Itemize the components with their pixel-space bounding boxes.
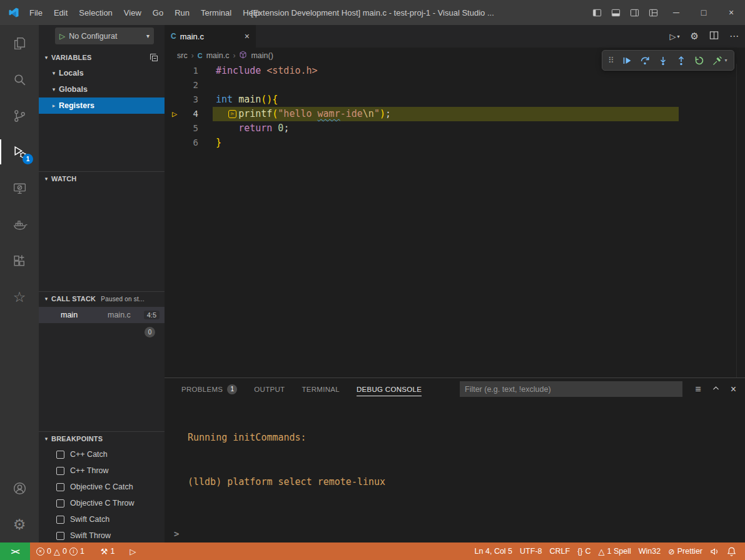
customize-layout-icon[interactable] xyxy=(644,0,662,25)
settings-gear-icon[interactable]: ⚙ xyxy=(691,31,699,42)
debug-console-output[interactable]: Running initCommands: (lldb) platform se… xyxy=(165,401,732,520)
variables-scope-locals[interactable]: ▾ Locals xyxy=(39,65,165,81)
tab-ter minal[interactable]: TERMINAL xyxy=(302,383,340,396)
call-stack-section-header[interactable]: ▾ CALL STACK Paused on st... xyxy=(39,291,165,306)
editor-scrollbar[interactable] xyxy=(736,64,745,378)
menu-selection[interactable]: Selection xyxy=(73,4,118,21)
debug-status[interactable]: ▷ xyxy=(126,542,139,560)
code-editor[interactable]: 1 #include <stdio.h> 2 3 int main(){ ▷ 4… xyxy=(165,64,745,378)
continue-button[interactable] xyxy=(622,56,632,66)
debug-config-dropdown[interactable]: ▷ No Configurat ▾ xyxy=(55,28,154,44)
breakpoint-objc-throw[interactable]: Objective C Throw xyxy=(39,495,165,511)
console-filter-input[interactable] xyxy=(460,381,682,397)
activitybar-explorer[interactable] xyxy=(0,25,39,61)
breakpoint-objc-catch[interactable]: Objective C Catch xyxy=(39,479,165,495)
filter-lines-icon[interactable]: ≡ xyxy=(695,384,701,395)
toggle-panel-icon[interactable] xyxy=(606,0,625,25)
activitybar-favorites[interactable]: ☆ xyxy=(0,279,39,315)
tab-problems[interactable]: PROBLEMS 1 xyxy=(181,382,237,398)
menu-view[interactable]: View xyxy=(118,4,147,21)
activitybar-search[interactable] xyxy=(0,61,39,98)
split-editor-icon[interactable] xyxy=(709,31,719,42)
watch-section-header[interactable]: ▾ WATCH xyxy=(39,171,165,186)
drag-grip-icon[interactable]: ⠿ xyxy=(608,56,614,65)
debug-count-badge: 1 xyxy=(23,154,33,164)
disconnect-button[interactable] xyxy=(712,56,722,66)
activitybar-settings[interactable]: ⚙ xyxy=(0,506,39,542)
editor-actions: ▷ ▾ ⚙ ⋯ xyxy=(670,25,739,48)
breadcrumb-symbol[interactable]: main() xyxy=(251,51,273,60)
variables-scope-globals[interactable]: ▾ Globals xyxy=(39,81,165,98)
braces-icon: {} xyxy=(577,547,582,556)
menu-file[interactable]: File xyxy=(24,4,48,21)
breadcrumb-file[interactable]: main.c xyxy=(206,51,230,60)
tasks-status[interactable]: ⚒ 1 xyxy=(97,542,119,560)
maximize-button[interactable]: □ xyxy=(690,0,717,25)
more-actions-icon[interactable]: ⋯ xyxy=(729,31,739,42)
menu-go[interactable]: Go xyxy=(147,4,169,21)
step-out-button[interactable] xyxy=(676,56,686,66)
checkbox[interactable] xyxy=(56,451,64,459)
start-debug-icon[interactable]: ▷ xyxy=(59,32,65,41)
tab-output[interactable]: OUTPUT xyxy=(254,383,285,396)
checkbox[interactable] xyxy=(56,499,64,508)
chevron-down-icon[interactable]: ▾ xyxy=(725,58,727,63)
eol-indicator[interactable]: CRLF xyxy=(546,542,574,560)
variables-scope-registers[interactable]: ▸ Registers xyxy=(39,98,165,114)
toggle-secondary-sidebar-icon[interactable] xyxy=(625,0,644,25)
close-tab-icon[interactable]: × xyxy=(245,31,250,41)
activitybar-account[interactable] xyxy=(0,470,39,506)
run-or-debug-button[interactable]: ▷ ▾ xyxy=(670,32,680,41)
breakpoint-swift-throw[interactable]: Swift Throw xyxy=(39,528,165,542)
star-icon: ☆ xyxy=(13,290,26,304)
menu-run[interactable]: Run xyxy=(169,4,195,21)
variables-section-header[interactable]: ▾ VARIABLES xyxy=(39,50,165,64)
remote-icon: >< xyxy=(11,547,19,556)
activitybar-source-control[interactable] xyxy=(0,98,39,134)
menu-terminal[interactable]: Terminal xyxy=(195,4,237,21)
breakpoints-section-header[interactable]: ▾ BREAKPOINTS xyxy=(39,431,165,446)
activitybar-extensions[interactable] xyxy=(0,242,39,279)
breakpoint-label: C++ Throw xyxy=(70,466,109,475)
breadcrumb-src[interactable]: src xyxy=(177,51,188,60)
menu-edit[interactable]: Edit xyxy=(48,4,73,21)
checkbox[interactable] xyxy=(56,467,64,475)
spell-checker-status[interactable]: △ 1 Spell xyxy=(595,542,635,560)
restart-button[interactable] xyxy=(694,56,704,66)
tab-debug-console[interactable]: DEBUG CONSOLE xyxy=(357,383,422,396)
activitybar-run-debug[interactable]: 1 xyxy=(0,134,39,170)
problems-status[interactable]: × 0 △ 0 i 1 xyxy=(33,542,88,560)
checkbox[interactable] xyxy=(56,532,64,540)
console-input-prompt[interactable]: > xyxy=(174,529,179,539)
step-into-button[interactable] xyxy=(658,56,668,66)
activitybar-remote-explorer[interactable] xyxy=(0,170,39,206)
tab-label: DEBUG CONSOLE xyxy=(357,386,422,393)
breakpoint-cpp-throw[interactable]: C++ Throw xyxy=(39,462,165,479)
step-over-button[interactable] xyxy=(640,56,650,66)
toggle-sidebar-icon[interactable] xyxy=(587,0,606,25)
remote-indicator[interactable]: >< xyxy=(0,542,30,560)
breakpoint-swift-catch[interactable]: Swift Catch xyxy=(39,511,165,528)
tab-label: PROBLEMS xyxy=(181,386,223,393)
maximize-panel-icon[interactable] xyxy=(712,384,720,395)
formatter-status[interactable]: ⊘ Prettier xyxy=(664,542,706,560)
minimize-button[interactable]: ─ xyxy=(662,0,690,25)
platform-indicator[interactable]: Win32 xyxy=(635,542,664,560)
checkbox[interactable] xyxy=(56,483,64,491)
call-stack-frame[interactable]: main main.c 4:5 xyxy=(39,307,165,323)
symbol-cube-icon xyxy=(239,51,247,61)
notifications-status[interactable] xyxy=(723,542,740,560)
breakpoint-cpp-catch[interactable]: C++ Catch xyxy=(39,446,165,462)
checkbox[interactable] xyxy=(56,516,64,524)
announcement-status[interactable] xyxy=(706,542,723,560)
chevron-right-icon: ▸ xyxy=(49,102,59,109)
cursor-position[interactable]: Ln 4, Col 5 xyxy=(471,542,516,560)
close-button[interactable]: × xyxy=(717,0,745,25)
close-panel-icon[interactable]: × xyxy=(731,384,736,395)
encoding-indicator[interactable]: UTF-8 xyxy=(516,542,545,560)
gear-icon: ⚙ xyxy=(13,518,26,532)
activitybar-docker[interactable] xyxy=(0,206,39,242)
tab-main-c[interactable]: C main.c × xyxy=(165,25,256,48)
collapse-all-icon[interactable] xyxy=(150,53,158,62)
language-mode[interactable]: {} C xyxy=(574,542,594,560)
